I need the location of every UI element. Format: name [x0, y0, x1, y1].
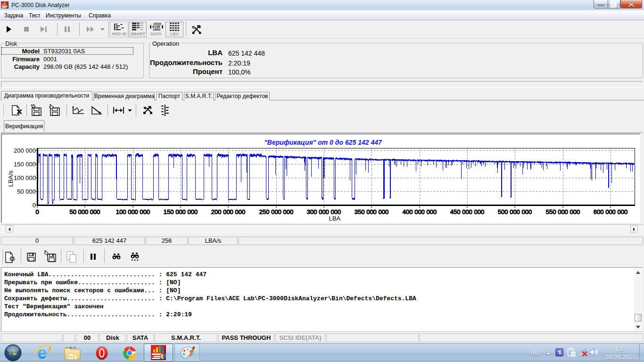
svg-text:150 000 000: 150 000 000 — [164, 208, 198, 215]
svg-text:550 000 000: 550 000 000 — [546, 208, 580, 215]
svg-text:600 000 000: 600 000 000 — [594, 208, 627, 215]
svg-text:LBA/s: LBA/s — [7, 170, 14, 187]
svg-text:0: 0 — [33, 202, 36, 209]
svg-text:LBA: LBA — [329, 215, 341, 222]
svg-text:450 000 000: 450 000 000 — [450, 208, 484, 215]
svg-text:250 000 000: 250 000 000 — [259, 208, 293, 215]
svg-text:350 000 000: 350 000 000 — [355, 208, 388, 215]
svg-text:200 000 000: 200 000 000 — [211, 208, 245, 215]
svg-text:200 000: 200 000 — [14, 147, 36, 154]
svg-text:0: 0 — [35, 208, 39, 215]
svg-text:100 000 000: 100 000 000 — [116, 208, 150, 215]
svg-text:500 000 000: 500 000 000 — [498, 208, 532, 215]
svg-text:50 000: 50 000 — [17, 188, 36, 195]
svg-text:50 000 000: 50 000 000 — [69, 208, 100, 215]
svg-text:150 000: 150 000 — [14, 161, 36, 168]
svg-text:"Верификация" от 0 до 625 142: "Верификация" от 0 до 625 142 447 — [264, 139, 382, 146]
svg-text:400 000 000: 400 000 000 — [403, 208, 437, 215]
svg-text:100 000: 100 000 — [14, 174, 36, 181]
svg-text:300 000 000: 300 000 000 — [307, 208, 341, 215]
